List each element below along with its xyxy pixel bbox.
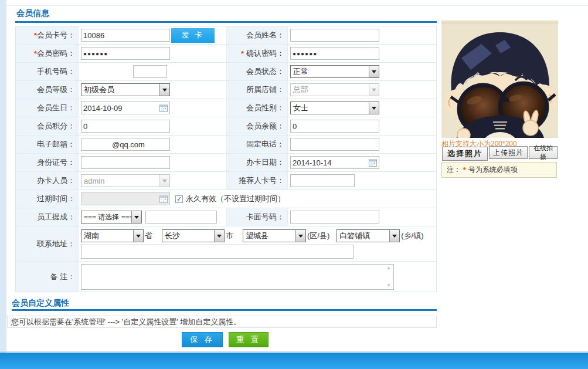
confirm-password-label-text: 确认密码： [246, 48, 284, 59]
landline-label-text: 固定电话： [246, 139, 284, 150]
custom-attr-title: 会员自定义属性 [12, 298, 69, 309]
online-camera-button[interactable]: 在线拍摄 [529, 146, 558, 159]
form-row: 会员等级： 初级会员 所属店铺： 总部 [16, 81, 436, 99]
birthday-label: 会员生日： [16, 99, 79, 117]
card-no-label-text: 会员卡号： [37, 30, 75, 40]
scroll-up-arrow[interactable] [385, 265, 393, 272]
operator-select-value: admin [81, 175, 159, 187]
operator-label: 办卡人员： [16, 172, 79, 189]
password-input[interactable] [81, 47, 170, 60]
balance-label-text: 会员余额： [246, 121, 284, 131]
level-select[interactable]: 初级会员 [81, 83, 170, 96]
card-date-input[interactable]: 2014-10-14 [290, 156, 379, 169]
balance-input[interactable] [290, 120, 379, 133]
calendar-icon[interactable] [369, 159, 377, 167]
commission-amount-input[interactable] [145, 211, 217, 224]
shop-select[interactable]: 总部 [290, 83, 379, 96]
chevron-down-icon [295, 230, 305, 242]
footer-bar [0, 353, 588, 369]
mobile-input[interactable] [133, 65, 167, 78]
status-label-text: 会员状态： [246, 66, 284, 77]
address-label: 联系地址： [16, 226, 79, 261]
address-detail-input[interactable] [81, 245, 354, 259]
address-label-text: 联系地址： [37, 239, 75, 249]
choose-photo-button[interactable]: 选择照片 [442, 147, 488, 161]
card-date-value: 2014-10-14 [293, 158, 332, 167]
shop-cell: 总部 [288, 81, 436, 99]
page-top-border [6, 5, 588, 6]
landline-input[interactable] [290, 138, 379, 151]
referrer-input[interactable] [290, 174, 355, 187]
note-text: 号为系统必填项 [468, 165, 518, 175]
province-select[interactable]: 湖南 [81, 229, 144, 242]
operator-select[interactable]: admin [81, 174, 170, 187]
footer-divider [0, 351, 588, 352]
operator-label-text: 办卡人员： [37, 175, 75, 186]
remark-cell [79, 262, 436, 292]
status-select-value: 正常 [291, 66, 369, 77]
points-input[interactable] [81, 120, 170, 133]
issue-card-button[interactable]: 发 卡 [171, 28, 215, 43]
member-form: *会员卡号： 发 卡 会员姓名： *会员密码： *确认密码： 手机号码： [15, 26, 437, 292]
card-face-input[interactable] [290, 211, 379, 224]
form-row: *会员密码： *确认密码： [16, 45, 436, 63]
birthday-input[interactable]: 2014-10-09 [81, 101, 170, 114]
name-input[interactable] [290, 29, 379, 42]
expire-input[interactable] [81, 192, 170, 205]
member-photo [441, 21, 558, 138]
custom-attr-divider [12, 309, 437, 311]
chevron-down-icon [369, 84, 379, 96]
operator-cell: admin [79, 172, 227, 189]
remark-label: 备 注： [16, 262, 79, 292]
district-select[interactable]: 望城县 [243, 229, 306, 242]
level-select-value: 初级会员 [81, 84, 159, 96]
confirm-password-cell [288, 45, 436, 62]
status-cell: 正常 [288, 63, 436, 80]
gender-select-value: 女士 [291, 102, 369, 114]
email-label-text: 电子邮箱： [37, 139, 75, 150]
card-no-label: *会员卡号： [16, 26, 79, 44]
points-label: 会员积分： [16, 117, 79, 135]
calendar-icon[interactable] [159, 195, 168, 203]
points-label-text: 会员积分： [37, 121, 75, 131]
status-label: 会员状态： [227, 63, 288, 80]
card-face-label-text: 卡面号码： [246, 212, 284, 222]
id-no-input[interactable] [81, 156, 170, 169]
gender-label-text: 会员性别： [246, 103, 284, 113]
expire-cell: 永久有效（不设置过期时间） [79, 190, 436, 208]
town-select[interactable]: 白箬铺镇 [337, 229, 400, 242]
permanent-checkbox-label: 永久有效（不设置过期时间） [186, 194, 285, 204]
commission-select[interactable]: === 请选择 === [81, 211, 142, 224]
landline-label: 固定电话： [227, 136, 288, 153]
remark-label-text: 备 注： [50, 272, 75, 282]
permanent-checkbox[interactable] [175, 195, 183, 203]
birthday-label-text: 会员生日： [37, 103, 75, 113]
form-row: 备 注： [16, 262, 436, 292]
chevron-down-icon [369, 66, 379, 77]
confirm-password-input[interactable] [290, 47, 379, 60]
gender-select[interactable]: 女士 [290, 101, 379, 114]
card-face-cell [288, 208, 436, 226]
city-select[interactable]: 长沙 [162, 229, 225, 242]
chevron-down-icon [369, 102, 379, 114]
member-info-divider [15, 21, 437, 23]
scroll-down-arrow[interactable] [385, 282, 393, 289]
remark-textarea[interactable] [81, 264, 394, 290]
email-input[interactable] [81, 138, 170, 151]
form-row: 电子邮箱： 固定电话： [16, 136, 436, 154]
form-row: *会员卡号： 发 卡 会员姓名： [16, 26, 436, 45]
name-label: 会员姓名： [227, 26, 288, 44]
card-no-input[interactable] [81, 29, 170, 42]
district-select-value: 望城县 [243, 230, 295, 242]
district-suffix-label: (区/县) [307, 231, 329, 241]
form-row: 过期时间： 永久有效（不设置过期时间） [16, 190, 436, 208]
status-select[interactable]: 正常 [290, 65, 379, 78]
upload-photo-button[interactable]: 上传照片 [489, 146, 528, 159]
level-label-text: 会员等级： [37, 84, 75, 95]
reset-button[interactable]: 重 置 [229, 332, 268, 347]
province-select-value: 湖南 [81, 230, 133, 242]
save-button[interactable]: 保 存 [182, 332, 223, 347]
shop-select-value: 总部 [291, 84, 369, 96]
password-label: *会员密码： [16, 45, 79, 62]
calendar-icon[interactable] [159, 104, 168, 112]
